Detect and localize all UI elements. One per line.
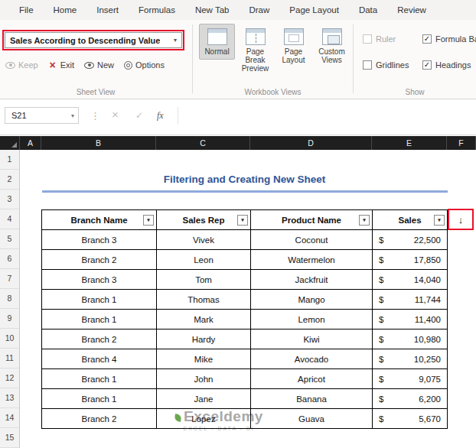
- view-button-normal[interactable]: Normal: [199, 24, 235, 60]
- cell-sales[interactable]: $17,850: [373, 250, 448, 270]
- row-header-4[interactable]: 4: [0, 209, 19, 229]
- cell-product[interactable]: Avocado: [251, 349, 373, 369]
- checkbox-headings[interactable]: ✓Headings: [422, 60, 476, 70]
- view-button-custom-views[interactable]: Custom Views: [314, 24, 350, 68]
- cell-branch[interactable]: Branch 3: [42, 270, 157, 290]
- ribbon-tab-formulas[interactable]: Formulas: [129, 0, 185, 20]
- column-header-f[interactable]: F: [447, 136, 476, 150]
- cell-branch[interactable]: Branch 1: [42, 389, 157, 409]
- cell-sales[interactable]: $22,500: [373, 230, 448, 250]
- view-button-page-layout[interactable]: Page Layout: [275, 24, 311, 68]
- cell-product[interactable]: Mango: [251, 290, 373, 310]
- filter-button-sales[interactable]: ▾: [434, 215, 445, 226]
- ribbon-tab-review[interactable]: Review: [387, 0, 436, 20]
- cell-rep[interactable]: Vivek: [157, 230, 251, 250]
- ribbon-tab-new-tab[interactable]: New Tab: [185, 0, 240, 20]
- select-all-corner[interactable]: [0, 136, 20, 150]
- checkbox-ruler[interactable]: Ruler: [363, 34, 418, 44]
- column-header-c[interactable]: C: [156, 136, 250, 150]
- cell-sales[interactable]: $10,250: [373, 349, 448, 369]
- view-button-page-break-preview[interactable]: Page Break Preview: [237, 24, 273, 76]
- column-header-b[interactable]: B: [41, 136, 156, 150]
- row-header-5[interactable]: 5: [0, 229, 19, 249]
- row-header-2[interactable]: 2: [0, 170, 19, 190]
- row-header-7[interactable]: 7: [0, 269, 19, 289]
- checkbox-formula-ba[interactable]: ✓Formula Ba: [422, 34, 476, 44]
- insert-function-icon[interactable]: fx: [157, 110, 164, 122]
- cell-branch[interactable]: Branch 1: [42, 369, 157, 389]
- sheet-title-cell[interactable]: Filtering and Creating New Sheet: [41, 170, 448, 190]
- cell-product[interactable]: Guava: [251, 409, 373, 429]
- cell-product[interactable]: Lemon: [251, 310, 373, 330]
- excel-window: FileHomeInsertFormulasNew TabDrawPage La…: [0, 0, 476, 448]
- row-header-1[interactable]: 1: [0, 150, 19, 170]
- cell-branch[interactable]: Branch 4: [42, 349, 157, 369]
- column-header-a[interactable]: A: [20, 136, 41, 150]
- column-header-e[interactable]: E: [372, 136, 447, 150]
- cell-product[interactable]: Jackfruit: [251, 270, 373, 290]
- row-header-10[interactable]: 10: [0, 329, 19, 349]
- cell-sales[interactable]: $11,744: [373, 290, 448, 310]
- cell-sales[interactable]: $6,200: [373, 389, 448, 409]
- ribbon-tab-page-layout[interactable]: Page Layout: [279, 0, 349, 20]
- sheet-view-button-exit[interactable]: Exit: [48, 60, 74, 70]
- cell-sales[interactable]: $5,670: [373, 409, 448, 429]
- sheet-view-button-keep[interactable]: Keep: [5, 60, 38, 70]
- cell-branch[interactable]: Branch 3: [42, 230, 157, 250]
- cell-rep[interactable]: Tom: [157, 270, 251, 290]
- cell-sales[interactable]: $14,040: [373, 270, 448, 290]
- enter-icon[interactable]: ✓: [135, 110, 143, 121]
- cell-sales[interactable]: $10,980: [373, 330, 448, 349]
- ribbon-tab-data[interactable]: Data: [349, 0, 387, 20]
- cell-sales[interactable]: $9,075: [373, 369, 448, 389]
- ribbon-tab-insert[interactable]: Insert: [86, 0, 129, 20]
- column-header-d[interactable]: D: [250, 136, 372, 150]
- row-header-14[interactable]: 14: [0, 408, 19, 428]
- cell-branch[interactable]: Branch 1: [42, 290, 157, 310]
- row-header-12[interactable]: 12: [0, 368, 19, 388]
- formula-input[interactable]: [178, 107, 473, 124]
- cell-rep[interactable]: John: [157, 369, 251, 389]
- row-header-8[interactable]: 8: [0, 289, 19, 309]
- sheet-view-button-new[interactable]: New: [84, 60, 114, 70]
- filter-button-sales-rep[interactable]: ▾: [237, 215, 248, 226]
- cell-branch[interactable]: Branch 1: [42, 310, 157, 330]
- cell-rep[interactable]: Jane: [157, 389, 251, 409]
- checkbox-gridlines[interactable]: Gridlines: [363, 60, 418, 70]
- ribbon-tab-draw[interactable]: Draw: [239, 0, 279, 20]
- cell-branch[interactable]: Branch 2: [42, 330, 157, 349]
- sort-descending-icon[interactable]: ↓: [458, 214, 464, 226]
- row-header-15[interactable]: 15: [0, 428, 19, 448]
- currency-symbol: $: [379, 355, 383, 364]
- row-header-3[interactable]: 3: [0, 190, 19, 209]
- cell-product[interactable]: Coconut: [251, 230, 373, 250]
- table-header-sales: Sales▾: [373, 210, 448, 230]
- row-header-6[interactable]: 6: [0, 249, 19, 269]
- cell-rep[interactable]: Hardy: [157, 330, 251, 349]
- row-header-11[interactable]: 11: [0, 349, 19, 368]
- cancel-icon[interactable]: ×: [112, 109, 119, 120]
- cell-rep[interactable]: Mark: [157, 310, 251, 330]
- filter-button-product-name[interactable]: ▾: [359, 215, 370, 226]
- sheet-view-dropdown[interactable]: Sales According to Descending Value ▾: [5, 32, 182, 48]
- ribbon-tab-home[interactable]: Home: [44, 0, 87, 20]
- name-box[interactable]: S21 ▾: [5, 107, 79, 124]
- cell-product[interactable]: Apricot: [251, 369, 373, 389]
- filter-button-branch-name[interactable]: ▾: [143, 215, 154, 226]
- sales-value: 9,075: [419, 375, 441, 384]
- row-header-13[interactable]: 13: [0, 388, 19, 408]
- sheet-view-button-options[interactable]: Options: [124, 60, 165, 70]
- cell-rep[interactable]: Mike: [157, 349, 251, 369]
- ribbon-tab-file[interactable]: File: [9, 0, 44, 20]
- cell-rep[interactable]: Lopez: [157, 409, 251, 429]
- cell-branch[interactable]: Branch 2: [42, 409, 157, 429]
- cell-branch[interactable]: Branch 2: [42, 250, 157, 270]
- name-box-caret-icon[interactable]: ▾: [71, 112, 74, 119]
- cell-product[interactable]: Kiwi: [251, 330, 373, 349]
- cell-product[interactable]: Banana: [251, 389, 373, 409]
- cell-product[interactable]: Watermelon: [251, 250, 373, 270]
- cell-rep[interactable]: Leon: [157, 250, 251, 270]
- cell-rep[interactable]: Thomas: [157, 290, 251, 310]
- row-header-9[interactable]: 9: [0, 309, 19, 329]
- cell-sales[interactable]: $11,400: [373, 310, 448, 330]
